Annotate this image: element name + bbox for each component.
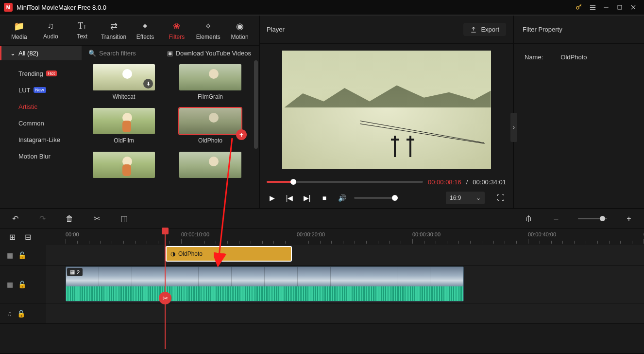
- category-label: LUT: [18, 87, 31, 94]
- export-button[interactable]: Export: [463, 23, 506, 36]
- undo-button[interactable]: ↶: [10, 213, 20, 224]
- search-icon: 🔍: [88, 50, 96, 57]
- zoom-knob[interactable]: [600, 216, 605, 221]
- tab-elements[interactable]: ✧Elements: [193, 17, 223, 44]
- lock-icon[interactable]: 🔓: [17, 310, 25, 318]
- tab-audio[interactable]: ♫Audio: [35, 17, 66, 44]
- preview-canvas[interactable]: [282, 51, 491, 169]
- tab-text[interactable]: TTText: [67, 17, 98, 44]
- filter-thumb-filmgrain[interactable]: [179, 64, 241, 90]
- crop-button[interactable]: ◫: [119, 213, 129, 224]
- progress-track[interactable]: [267, 181, 423, 183]
- collapse-panel-button[interactable]: ›: [510, 113, 517, 142]
- filter-grid-scrollbar[interactable]: [254, 60, 258, 149]
- filter-clip-oldphoto[interactable]: ◑ OldPhoto: [166, 246, 292, 262]
- close-button[interactable]: [627, 0, 640, 14]
- magnet-button[interactable]: ⫛: [524, 213, 534, 224]
- split-button[interactable]: ✂: [91, 213, 102, 224]
- motion-icon: ◉: [236, 21, 244, 32]
- player-controls: ▶ |◀ ▶| ■ 🔊 16:9⌄ ⛶: [260, 188, 513, 208]
- zoom-in-button[interactable]: +: [624, 213, 634, 224]
- tab-filters[interactable]: ❀Filters: [161, 17, 192, 44]
- delete-button[interactable]: 🗑: [64, 213, 75, 224]
- zoom-slider[interactable]: [578, 218, 607, 219]
- tab-transition[interactable]: ⇄Transition: [99, 17, 129, 44]
- progress-knob[interactable]: [290, 179, 296, 185]
- lock-icon[interactable]: 🔓: [18, 281, 26, 288]
- library-panel: 📁Media ♫Audio TTText ⇄Transition ✦Effect…: [0, 16, 260, 208]
- filter-category-all[interactable]: ⌄ All (82): [0, 46, 82, 60]
- remove-track-button[interactable]: ⊟: [22, 231, 33, 242]
- category-label: Instagram-Like: [18, 136, 60, 143]
- filter-thumbnail-grid: ⬇ Whitecat FilmGrain OldFilm: [82, 60, 259, 208]
- category-label: Artistic: [18, 103, 37, 110]
- video-clip[interactable]: ▦2: [66, 266, 464, 301]
- ruler-mark: 00:00:10:00: [181, 231, 209, 237]
- download-youtube-link[interactable]: ▣ Download YouTube Videos: [159, 50, 259, 57]
- filter-track-content[interactable]: ◑ OldPhoto: [46, 245, 644, 265]
- lock-icon[interactable]: 🔓: [18, 251, 26, 259]
- filter-thumb[interactable]: [179, 152, 241, 178]
- filter-category-motionblur[interactable]: Motion Blur: [0, 148, 82, 164]
- video-track-content[interactable]: ▦2: [46, 266, 644, 303]
- player-title: Player: [267, 26, 285, 33]
- new-badge: New: [34, 87, 46, 93]
- tab-label: Media: [11, 34, 27, 40]
- fullscreen-button[interactable]: ⛶: [495, 193, 506, 203]
- minimize-button[interactable]: [599, 0, 613, 14]
- volume-slider[interactable]: [354, 197, 398, 199]
- timeline-ruler[interactable]: ✂ 00:0000:00:10:0000:00:20:0000:00:30:00…: [46, 229, 644, 245]
- filter-thumb[interactable]: [93, 152, 155, 178]
- effects-icon: ✦: [141, 21, 149, 32]
- redo-button: ↷: [37, 213, 48, 224]
- chevron-down-icon: ⌄: [10, 50, 16, 57]
- tab-motion[interactable]: ◉Motion: [224, 17, 255, 44]
- filter-category-trending[interactable]: TrendingHot: [0, 65, 82, 82]
- tab-label: Text: [77, 33, 87, 40]
- timeline-video-track: ▦🔓 ▦2: [0, 266, 644, 303]
- filter-category-artistic[interactable]: Artistic: [0, 98, 82, 115]
- volume-knob[interactable]: [392, 195, 398, 201]
- search-filters-input[interactable]: 🔍 Search filters: [82, 50, 159, 57]
- zoom-out-button[interactable]: –: [551, 213, 561, 224]
- video-track-icon: ▦: [7, 281, 13, 288]
- filter-thumb-oldphoto[interactable]: [179, 108, 241, 134]
- filter-category-instagram[interactable]: Instagram-Like: [0, 131, 82, 148]
- audio-track-content[interactable]: [46, 303, 644, 323]
- property-panel: › Filter Property Name: OldPhoto: [514, 16, 644, 208]
- library-tabbar: 📁Media ♫Audio TTText ⇄Transition ✦Effect…: [0, 16, 259, 46]
- add-track-button[interactable]: ⊞: [7, 231, 17, 242]
- transition-icon: ⇄: [110, 21, 118, 32]
- play-button[interactable]: ▶: [267, 193, 277, 203]
- filter-category-common[interactable]: Common: [0, 115, 82, 131]
- player-progress-bar[interactable]: 00:00:08:16 / 00:00:34:01: [260, 176, 513, 188]
- tab-label: Transition: [101, 34, 126, 40]
- playhead[interactable]: ✂: [165, 229, 166, 349]
- tab-label: Motion: [231, 34, 249, 40]
- folder-icon: 📁: [14, 21, 24, 32]
- maximize-button[interactable]: [613, 0, 627, 14]
- property-title: Filter Property: [523, 26, 562, 33]
- filter-category-lut[interactable]: LUTNew: [0, 82, 82, 98]
- clip-icon: ▦: [70, 269, 75, 275]
- filter-thumb-whitecat[interactable]: ⬇: [93, 64, 155, 90]
- tab-label: Audio: [43, 33, 58, 40]
- export-icon: [470, 26, 477, 33]
- all-label: All (82): [18, 50, 38, 57]
- prev-frame-button[interactable]: |◀: [284, 193, 295, 203]
- menu-icon[interactable]: [586, 0, 599, 14]
- thumb-label: OldFilm: [114, 137, 134, 144]
- filters-icon: ❀: [173, 21, 180, 32]
- tab-label: Filters: [169, 34, 185, 40]
- add-filter-button[interactable]: +: [236, 129, 247, 140]
- aspect-ratio-select[interactable]: 16:9⌄: [446, 192, 485, 204]
- download-icon[interactable]: ⬇: [143, 79, 153, 88]
- volume-icon[interactable]: 🔊: [337, 193, 347, 203]
- upgrade-key-icon[interactable]: [572, 0, 586, 14]
- tab-media[interactable]: 📁Media: [4, 17, 34, 44]
- filter-thumb-oldfilm[interactable]: [93, 108, 155, 134]
- tab-effects[interactable]: ✦Effects: [130, 17, 161, 44]
- next-frame-button[interactable]: ▶|: [302, 193, 312, 203]
- stop-button[interactable]: ■: [319, 193, 330, 203]
- filter-track-icon: ▦: [7, 251, 13, 259]
